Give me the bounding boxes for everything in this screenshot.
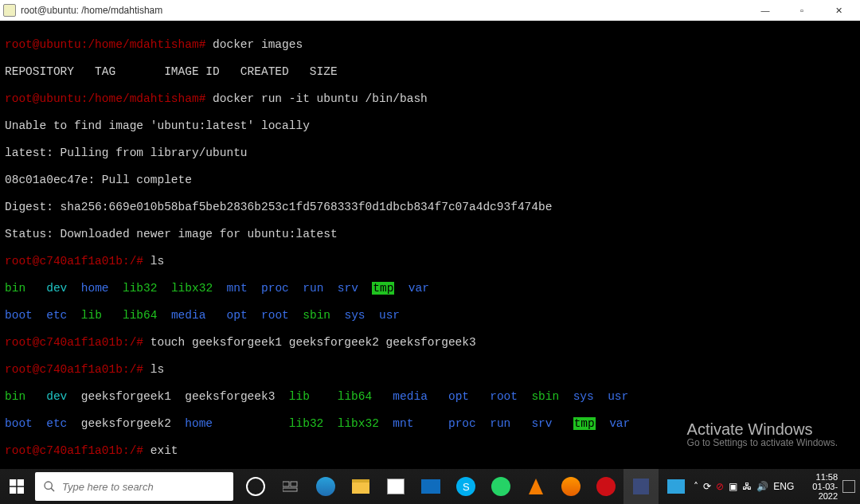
window-maximize-button[interactable]: ▫ bbox=[784, 0, 820, 21]
activate-windows-watermark: Activate Windows Go to Settings to activ… bbox=[687, 423, 838, 450]
skype-app-icon[interactable]: S bbox=[448, 469, 483, 504]
tray-sync-icon[interactable]: ⟳ bbox=[703, 480, 711, 494]
clock-time: 11:58 bbox=[799, 472, 838, 482]
taskbar-clock[interactable]: 11:58 01-03-2022 bbox=[799, 472, 838, 501]
svg-rect-3 bbox=[18, 487, 24, 494]
opera-app-icon[interactable] bbox=[588, 469, 624, 504]
system-tray: ˄ ⟳ ⊘ ▣ 🖧 🔊 ENG 11:58 01-03-2022 bbox=[694, 472, 860, 501]
tray-language[interactable]: ENG bbox=[773, 480, 794, 494]
tray-volume-icon[interactable]: 🔊 bbox=[756, 480, 768, 494]
firefox-app-icon[interactable] bbox=[553, 469, 588, 504]
watermark-subtitle: Go to Settings to activate Windows. bbox=[687, 436, 838, 450]
putty-app-icon[interactable] bbox=[624, 469, 659, 504]
search-icon bbox=[43, 480, 56, 493]
taskbar-search[interactable] bbox=[35, 472, 233, 501]
watermark-title: Activate Windows bbox=[687, 423, 838, 436]
store-app-icon[interactable] bbox=[378, 469, 413, 504]
svg-point-4 bbox=[45, 482, 52, 489]
taskbar-pinned-apps: S bbox=[238, 469, 694, 504]
svg-rect-7 bbox=[291, 482, 297, 486]
whatsapp-app-icon[interactable] bbox=[483, 469, 518, 504]
file-explorer-icon[interactable] bbox=[343, 469, 378, 504]
edge-app-icon[interactable] bbox=[308, 469, 343, 504]
putty-icon bbox=[3, 4, 16, 17]
window-titlebar: root@ubuntu: /home/mdahtisham — ▫ ✕ bbox=[0, 0, 860, 21]
tray-overflow-icon[interactable]: ˄ bbox=[694, 480, 698, 494]
mail-app-icon[interactable] bbox=[413, 469, 448, 504]
window-minimize-button[interactable]: — bbox=[747, 0, 784, 21]
cortana-button[interactable] bbox=[238, 469, 273, 504]
svg-rect-6 bbox=[283, 482, 289, 486]
svg-rect-1 bbox=[18, 479, 24, 486]
clock-date: 01-03-2022 bbox=[799, 482, 838, 501]
windows-taskbar: S ˄ ⟳ ⊘ ▣ 🖧 🔊 ENG 11:58 01-03-2022 bbox=[0, 469, 860, 504]
search-input[interactable] bbox=[62, 481, 225, 493]
start-button[interactable] bbox=[0, 469, 33, 504]
window-close-button[interactable]: ✕ bbox=[820, 0, 857, 21]
task-view-icon bbox=[283, 480, 299, 493]
photos-app-icon[interactable] bbox=[659, 469, 694, 504]
terminal-pane[interactable]: root@ubuntu:/home/mdahtisham# docker ima… bbox=[0, 21, 860, 469]
svg-rect-8 bbox=[283, 488, 297, 491]
tray-battery-icon[interactable]: ▣ bbox=[729, 480, 737, 494]
svg-rect-2 bbox=[10, 487, 16, 494]
task-view-button[interactable] bbox=[273, 469, 308, 504]
tray-network-icon[interactable]: 🖧 bbox=[742, 480, 752, 494]
windows-logo-icon bbox=[10, 479, 24, 494]
svg-line-5 bbox=[51, 488, 54, 491]
action-center-icon[interactable] bbox=[842, 480, 855, 493]
window-title: root@ubuntu: /home/mdahtisham bbox=[21, 4, 747, 18]
vlc-app-icon[interactable] bbox=[518, 469, 553, 504]
tray-security-icon[interactable]: ⊘ bbox=[716, 480, 724, 494]
svg-rect-0 bbox=[10, 479, 16, 486]
